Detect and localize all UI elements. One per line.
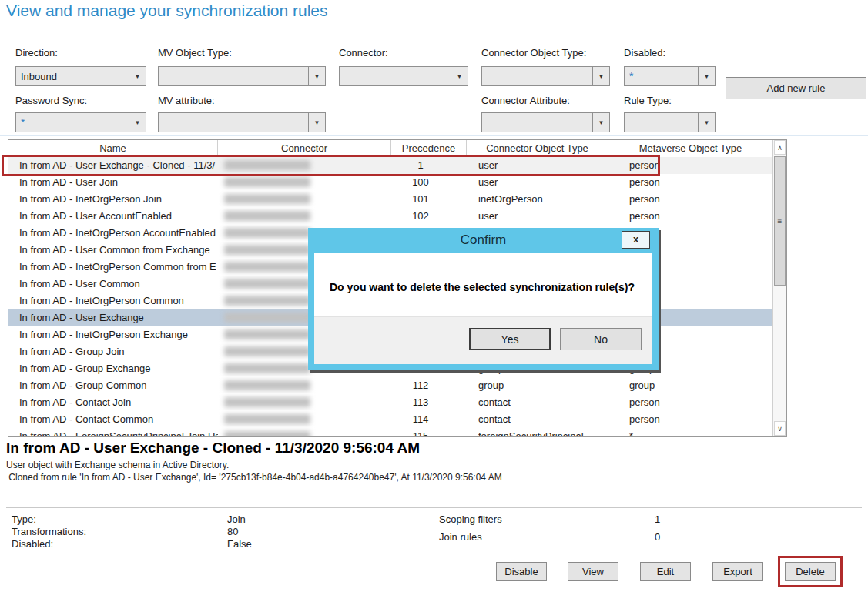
confirm-dialog: Confirm x Do you want to delete the sele… bbox=[308, 228, 659, 370]
prop-label-scoping-filters: Scoping filters bbox=[439, 513, 502, 525]
add-new-rule-button[interactable]: Add new rule bbox=[726, 77, 866, 99]
cell-name: In from AD - ForeignSecurityPrincipal Jo… bbox=[8, 428, 218, 436]
cell-name: In from AD - Contact Join bbox=[8, 394, 218, 411]
table-row[interactable]: In from AD - User Exchange - Cloned - 11… bbox=[8, 157, 772, 174]
cell-name: In from AD - User Common bbox=[8, 276, 218, 293]
cell-name: In from AD - Contact Common bbox=[8, 411, 218, 428]
prop-value-type: Join bbox=[227, 513, 246, 525]
redacted-connector-value bbox=[224, 262, 310, 272]
redacted-connector-value bbox=[224, 397, 310, 407]
prop-label-join-rules: Join rules bbox=[439, 531, 482, 543]
redacted-connector-value bbox=[224, 329, 310, 339]
password-sync-value: * bbox=[16, 116, 129, 129]
cell-name: In from AD - Group Join bbox=[8, 343, 218, 360]
filter-label-connector: Connector: bbox=[339, 47, 388, 59]
delete-button[interactable]: Delete bbox=[785, 562, 836, 581]
scrollbar-thumb[interactable]: ≡ bbox=[774, 156, 786, 286]
chevron-down-icon[interactable]: ▼ bbox=[592, 113, 609, 132]
chevron-down-icon[interactable]: ▼ bbox=[308, 113, 325, 132]
rule-detail-heading: In from AD - User Exchange - Cloned - 11… bbox=[6, 440, 420, 457]
connector-attribute-dropdown[interactable]: ▼ bbox=[481, 112, 610, 132]
chevron-down-icon[interactable]: ▼ bbox=[698, 113, 715, 132]
table-row[interactable]: In from AD - InetOrgPerson Join101inetOr… bbox=[8, 191, 772, 208]
cell-precedence: 112 bbox=[391, 377, 467, 394]
disable-button[interactable]: Disable bbox=[496, 562, 547, 581]
column-header-metaverse-object-type[interactable]: Metaverse Object Type bbox=[608, 140, 772, 157]
cell-cot: foreignSecurityPrincipal bbox=[467, 428, 608, 436]
cell-connector bbox=[218, 411, 391, 428]
cell-cot: inetOrgPerson bbox=[467, 191, 608, 208]
redacted-connector-value bbox=[224, 363, 310, 373]
cell-mot: person bbox=[608, 157, 772, 174]
table-row[interactable]: In from AD - Group Common112groupgroup bbox=[8, 377, 772, 394]
mv-object-type-dropdown[interactable]: ▼ bbox=[158, 66, 326, 86]
cell-precedence: 115 bbox=[391, 428, 467, 436]
filter-label-disabled: Disabled: bbox=[624, 47, 665, 59]
cell-precedence: 113 bbox=[391, 394, 467, 411]
cell-name: In from AD - User Common from Exchange bbox=[8, 242, 218, 259]
cell-connector bbox=[218, 428, 391, 436]
cell-cot: user bbox=[467, 157, 608, 174]
vertical-scrollbar[interactable]: ∧ ≡ ∨ bbox=[772, 140, 786, 436]
edit-button[interactable]: Edit bbox=[640, 562, 691, 581]
view-button[interactable]: View bbox=[568, 562, 618, 581]
cell-mot: group bbox=[608, 377, 772, 394]
redacted-connector-value bbox=[224, 380, 310, 390]
cell-name: In from AD - InetOrgPerson AccountEnable… bbox=[8, 225, 218, 242]
cell-name: In from AD - User Join bbox=[8, 174, 218, 191]
table-row[interactable]: In from AD - Contact Join113contactperso… bbox=[8, 394, 772, 411]
no-button[interactable]: No bbox=[560, 328, 642, 350]
cell-precedence: 100 bbox=[391, 174, 467, 191]
direction-dropdown[interactable]: Inbound ▼ bbox=[15, 66, 146, 86]
cell-connector bbox=[218, 377, 391, 394]
chevron-down-icon[interactable]: ▼ bbox=[698, 67, 715, 85]
connector-dropdown[interactable]: ▼ bbox=[339, 66, 468, 86]
cell-connector bbox=[218, 157, 391, 174]
chevron-down-icon[interactable]: ▼ bbox=[308, 67, 325, 85]
scroll-up-icon[interactable]: ∧ bbox=[774, 140, 786, 155]
table-row[interactable]: In from AD - User AccountEnabled102userp… bbox=[8, 208, 772, 225]
detail-section-divider bbox=[6, 507, 862, 508]
scroll-down-icon[interactable]: ∨ bbox=[774, 421, 786, 436]
cell-name: In from AD - InetOrgPerson Common bbox=[8, 293, 218, 309]
filter-label-direction: Direction: bbox=[15, 47, 58, 59]
cell-name: In from AD - InetOrgPerson Exchange bbox=[8, 326, 218, 343]
password-sync-dropdown[interactable]: * ▼ bbox=[15, 112, 146, 132]
column-header-name[interactable]: Name bbox=[8, 140, 218, 157]
chevron-down-icon[interactable]: ▼ bbox=[451, 67, 468, 85]
sync-rules-editor: View and manage your synchronization rul… bbox=[0, 0, 868, 592]
cell-connector bbox=[218, 174, 391, 191]
chevron-down-icon[interactable]: ▼ bbox=[592, 67, 609, 85]
dialog-title: Confirm bbox=[308, 228, 659, 253]
redacted-connector-value bbox=[224, 414, 310, 424]
column-header-connector[interactable]: Connector bbox=[218, 140, 391, 157]
cell-mot: person bbox=[608, 208, 772, 225]
cell-mot: person bbox=[608, 191, 772, 208]
table-row[interactable]: In from AD - Contact Common114contactper… bbox=[8, 411, 772, 428]
filter-label-connector-attribute: Connector Attribute: bbox=[481, 95, 570, 106]
rule-description: User object with Exchange schema in Acti… bbox=[6, 460, 229, 470]
cell-mot: * bbox=[608, 428, 772, 436]
export-button[interactable]: Export bbox=[712, 562, 763, 581]
table-row[interactable]: In from AD - User Join100userperson bbox=[8, 174, 772, 191]
chevron-down-icon[interactable]: ▼ bbox=[129, 113, 146, 132]
rule-type-dropdown[interactable]: ▼ bbox=[624, 112, 716, 132]
cell-name: In from AD - User Exchange bbox=[8, 309, 218, 326]
table-row[interactable]: In from AD - ForeignSecurityPrincipal Jo… bbox=[8, 428, 772, 436]
connector-object-type-dropdown[interactable]: ▼ bbox=[481, 66, 610, 86]
disabled-dropdown[interactable]: * ▼ bbox=[624, 66, 716, 86]
cell-connector bbox=[218, 394, 391, 411]
yes-button[interactable]: Yes bbox=[469, 328, 551, 350]
mv-attribute-dropdown[interactable]: ▼ bbox=[158, 112, 326, 132]
redacted-connector-value bbox=[224, 177, 310, 187]
direction-value: Inbound bbox=[16, 71, 129, 82]
dialog-message: Do you want to delete the selected synch… bbox=[330, 281, 635, 293]
column-header-precedence[interactable]: Precedence bbox=[391, 140, 467, 157]
column-header-connector-object-type[interactable]: Connector Object Type bbox=[467, 140, 608, 157]
prop-value-disabled: False bbox=[227, 538, 252, 550]
prop-label-transformations: Transformations: bbox=[12, 526, 86, 537]
cell-name: In from AD - User Exchange - Cloned - 11… bbox=[8, 157, 218, 174]
prop-label-type: Type: bbox=[12, 513, 36, 525]
chevron-down-icon[interactable]: ▼ bbox=[129, 67, 146, 85]
close-icon[interactable]: x bbox=[622, 231, 650, 249]
